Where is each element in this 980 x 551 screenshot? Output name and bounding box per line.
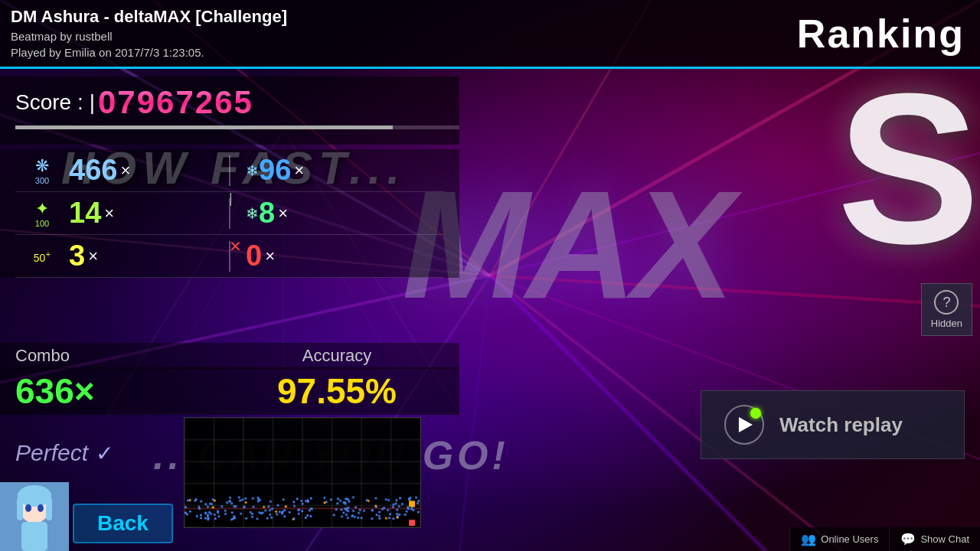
accuracy-value: 97.55% [230,370,444,412]
svg-point-23 [38,504,44,512]
watch-replay-text: Watch replay [779,413,903,437]
stat-100-left: ✦ 100 14 × [15,197,214,230]
accuracy-label: Accuracy [230,346,444,366]
stat-katu1-right: ❄ 96 × [246,154,444,187]
stat-50-count: 3 [69,240,85,272]
hidden-icon: ? [934,290,959,315]
combo-label: Combo [15,346,230,366]
stat-50-left: 50+ 3 × [15,240,214,272]
stat-katu2-right: ❄ 8 × [246,197,444,230]
played-by: Played by Emilia on 2017/7/3 1:23:05. [11,44,786,60]
hidden-button[interactable]: ? Hidden [921,283,972,336]
watch-replay-button[interactable]: Watch replay [701,390,965,459]
stat-50-x: × [88,246,98,266]
perfect-label: Perfect [15,440,88,466]
avatar [0,482,69,551]
combo-acc-header: Combo Accuracy [0,343,459,369]
stat-300-icon-label: ❋ 300 [15,156,69,185]
score-label: Score : [15,90,83,115]
bottom-bar: 👥 Online Users 💬 Show Chat [789,527,980,551]
stat-row1-divider [229,155,230,186]
score-progress-fill [15,126,393,129]
stat-row-300: ❋ 300 466 × ❄ 96 × [15,149,444,192]
stat-300-x: × [120,161,130,181]
stat-50-icon-label: 50+ [15,249,69,264]
beatmap-by: Beatmap by rustbell [11,28,786,44]
online-users-label: Online Users [821,533,878,545]
stats-area: ❋ 300 466 × ❄ 96 × ✦ 100 14 × | ❄ 8 [0,149,459,278]
play-icon [724,405,764,445]
score-line: Score : | 07967265 [15,84,444,121]
s-rank-display: S [837,61,980,276]
svg-rect-25 [17,497,23,520]
stat-row-50: 50+ 3 × ✕ 0 × [15,235,444,278]
stat-miss-x: × [265,246,275,266]
stat-300-count: 466 [69,154,117,187]
score-value: 07967265 [98,84,253,121]
stat-row-100: ✦ 100 14 × | ❄ 8 × [15,192,444,235]
stat-row3-divider: ✕ [229,241,230,272]
stat-100-icon-label: ✦ 100 [15,199,69,228]
stat-katu1-count: 96 [259,154,291,187]
score-cursor: | [90,90,95,115]
song-info: DM Ashura - deltaMAX [Challenge] Beatmap… [0,0,797,67]
svg-rect-26 [46,497,52,520]
online-users-icon: 👥 [801,532,816,546]
score-area: Score : | 07967265 [0,77,459,145]
svg-point-22 [25,504,31,512]
stat-miss-count: 0 [246,240,262,272]
perfect-area: Perfect ✓ [15,440,113,466]
stat-100-x: × [104,204,114,223]
perfect-check-icon: ✓ [96,441,113,466]
hidden-label: Hidden [931,318,962,329]
green-dot [750,408,761,419]
ranking-label: Ranking [797,11,965,57]
score-progress-bar [15,126,459,129]
combo-value: 636× [15,370,230,412]
stat-100-count: 14 [69,197,101,230]
svg-rect-24 [21,522,47,551]
stat-row2-divider: | [229,198,230,229]
stat-miss-right: 0 × [246,240,444,272]
stat-300-label: 300 [35,176,49,185]
ranking-area: Ranking [797,0,980,67]
stat-katu1-x: × [294,161,304,181]
stat-300-icon: ❋ [35,156,49,176]
hit-graph [184,417,421,528]
stat-katu2-x: × [278,204,288,223]
stat-100-label: 100 [35,219,49,228]
hit-graph-canvas [185,418,420,527]
combo-acc-values: 636× 97.55% [0,367,459,415]
online-users-button[interactable]: 👥 Online Users [789,527,889,551]
show-chat-icon: 💬 [900,532,916,546]
stat-katu1-icon: ❄ [246,161,259,180]
stat-50-icon: 50+ [34,249,51,264]
stat-100-icon: ✦ [35,199,49,219]
back-button[interactable]: Back [73,504,173,543]
show-chat-label: Show Chat [920,533,969,545]
stat-katu2-icon: ❄ [246,204,259,223]
top-bar: DM Ashura - deltaMAX [Challenge] Beatmap… [0,0,980,69]
stat-katu2-count: 8 [259,197,275,230]
song-title: DM Ashura - deltaMAX [Challenge] [11,6,786,28]
show-chat-button[interactable]: 💬 Show Chat [889,527,980,551]
stat-300-left: ❋ 300 466 × [15,154,214,187]
